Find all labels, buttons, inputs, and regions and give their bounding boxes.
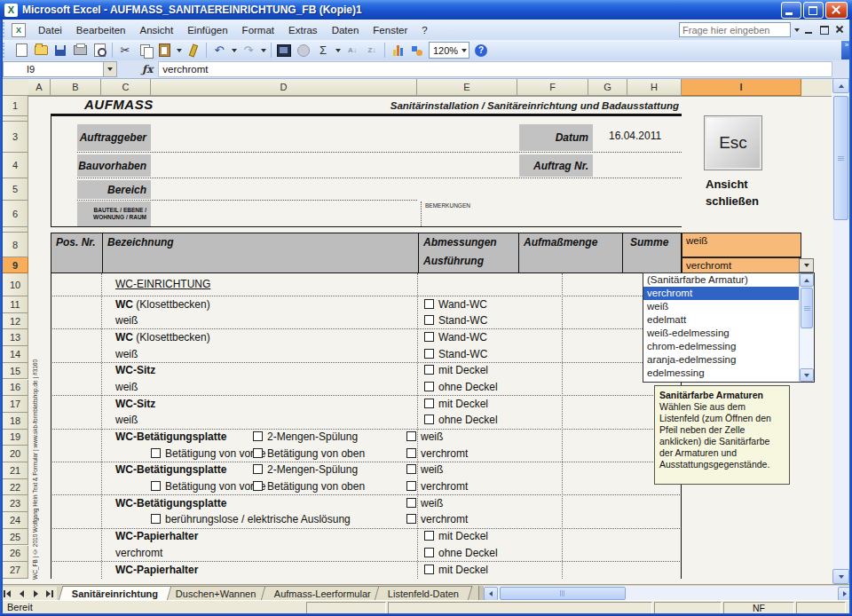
- formula-input[interactable]: verchromt: [158, 61, 832, 77]
- menu-item-ansicht[interactable]: Ansicht: [132, 22, 180, 38]
- menu-item-?[interactable]: ?: [414, 22, 434, 38]
- autosum-dropdown[interactable]: [334, 42, 342, 59]
- scroll-down-icon[interactable]: [800, 368, 814, 382]
- bezeichnung-text: weiß: [115, 414, 138, 426]
- dropdown-item[interactable]: edelmessing: [643, 367, 799, 380]
- sort-ascending-button[interactable]: A↓: [343, 42, 361, 59]
- scroll-up-button[interactable]: [832, 78, 849, 93]
- table-row-11[interactable]: WC (Klosettbecken)Wand-WC: [51, 296, 682, 313]
- menu-item-extras[interactable]: Extras: [281, 22, 325, 38]
- help-button[interactable]: ?: [472, 42, 490, 59]
- table-row-20[interactable]: Betätigung von vorneBetätigung von obenv…: [51, 446, 682, 462]
- cell-i8[interactable]: weiß: [682, 233, 801, 257]
- table-row-25[interactable]: WC-Papierhaltermit Deckel: [51, 529, 682, 546]
- horizontal-scrollbar[interactable]: [484, 586, 852, 601]
- dropdown-item[interactable]: weiß: [643, 300, 799, 313]
- checkbox-item: 2-Mengen-Spülung: [253, 430, 358, 443]
- table-row-26[interactable]: verchromtohne Deckel: [51, 545, 682, 562]
- redo-dropdown[interactable]: [259, 42, 267, 59]
- table-row-27[interactable]: WC-Papierhaltermit Deckel: [51, 562, 682, 579]
- zoom-dropdown-icon: [462, 49, 467, 52]
- dropdown-item[interactable]: aranja-edelmessing: [643, 353, 799, 367]
- table-row-23[interactable]: WC-Betätigungsplatteweiß: [51, 495, 682, 512]
- previous-sheet-button[interactable]: [14, 587, 28, 601]
- chart-wizard-button[interactable]: [389, 42, 406, 59]
- checkbox-item: Wand-WC: [424, 331, 487, 344]
- undo-dropdown[interactable]: [230, 42, 238, 59]
- table-row-16[interactable]: weißohne Deckel: [51, 379, 682, 396]
- question-dropdown-icon[interactable]: [791, 22, 802, 37]
- toolbar-grip[interactable]: [3, 22, 9, 37]
- table-row-17[interactable]: WC-Sitzmit Deckel: [51, 396, 682, 413]
- cut-button[interactable]: ✂: [116, 42, 134, 59]
- table-row-15[interactable]: WC-Sitzmit Deckel: [51, 363, 682, 380]
- restore-button[interactable]: [803, 2, 824, 19]
- paste-button[interactable]: [155, 42, 173, 59]
- last-sheet-button[interactable]: [43, 587, 57, 601]
- menu-item-daten[interactable]: Daten: [325, 22, 367, 38]
- table-row-10[interactable]: WC-EINRICHTUNG: [51, 273, 682, 296]
- scroll-down-button[interactable]: [832, 569, 849, 584]
- table-row-21[interactable]: WC-Betätigungsplatte2-Mengen-Spülungweiß: [51, 462, 682, 479]
- dropdown-item[interactable]: chrom-edelmessing: [643, 340, 799, 353]
- table-row-22[interactable]: Betätigung von vorneBetätigung von obenv…: [51, 479, 682, 496]
- open-button[interactable]: [32, 42, 50, 59]
- undo-button[interactable]: ↶: [210, 42, 228, 59]
- scroll-left-button[interactable]: [484, 587, 498, 601]
- datum-value[interactable]: 16.04.2011: [609, 130, 661, 142]
- close-button[interactable]: [825, 2, 848, 19]
- name-box[interactable]: I9: [3, 61, 104, 77]
- dropdown-item[interactable]: (Sanitärfarbe Armatur): [643, 273, 799, 287]
- next-sheet-button[interactable]: [28, 587, 43, 601]
- sheet-tab-aufmass-leerformular[interactable]: Aufmass-Leerformular: [260, 586, 384, 601]
- print-button[interactable]: [71, 42, 89, 59]
- horizontal-scroll-thumb[interactable]: [500, 587, 626, 600]
- menu-item-datei[interactable]: Datei: [31, 22, 69, 38]
- table-row-14[interactable]: weißStand-WC: [51, 346, 682, 363]
- format-painter-button[interactable]: [185, 42, 202, 59]
- zoom-combobox[interactable]: 120%: [429, 42, 469, 59]
- cell-dropdown-button[interactable]: [799, 258, 814, 272]
- table-row-18[interactable]: weißohne Deckel: [51, 413, 682, 430]
- esc-button[interactable]: Esc: [704, 115, 762, 170]
- print-preview-button[interactable]: [91, 42, 108, 59]
- drawing-button[interactable]: [408, 42, 426, 59]
- redo-button[interactable]: ↷: [240, 42, 257, 59]
- vertical-scrollbar[interactable]: [832, 78, 849, 584]
- workbook-close-button[interactable]: [832, 23, 847, 36]
- table-row-24[interactable]: berührungslose / elektrische Auslösungve…: [51, 512, 682, 529]
- workbook-minimize-button[interactable]: [802, 23, 816, 36]
- cell-i9-active[interactable]: verchromt: [682, 257, 801, 273]
- minimize-button[interactable]: [781, 2, 801, 19]
- web-button[interactable]: [295, 42, 312, 59]
- menu-item-fenster[interactable]: Fenster: [366, 22, 414, 38]
- table-row-13[interactable]: WC (Klosettbecken)Wand-WC: [51, 329, 682, 346]
- sheet-tab-sanit-reinrichtung[interactable]: Sanitäreinrichtung: [59, 586, 172, 601]
- sheet-tab-duschen-wannen[interactable]: Duschen+Wannen: [162, 586, 270, 601]
- dropdown-scrollbar[interactable]: [799, 273, 814, 382]
- name-box-dropdown[interactable]: [104, 61, 117, 77]
- save-button[interactable]: [51, 42, 69, 59]
- new-button[interactable]: [12, 42, 30, 59]
- sheet-tab-listenfeld-daten[interactable]: Listenfeld-Daten: [375, 586, 473, 601]
- sort-descending-button[interactable]: Z↓: [363, 42, 381, 59]
- scroll-up-icon[interactable]: [800, 273, 814, 287]
- dropdown-item[interactable]: edelmatt: [643, 313, 799, 327]
- scroll-thumb[interactable]: [801, 288, 813, 328]
- question-input[interactable]: [679, 22, 791, 37]
- dropdown-item[interactable]: weiß-edelmessing: [643, 327, 799, 340]
- toolbar-grip[interactable]: [3, 43, 9, 58]
- workbook-restore-button[interactable]: [817, 23, 832, 36]
- autosum-button[interactable]: Σ: [314, 42, 332, 59]
- dropdown-item[interactable]: verchromt: [643, 287, 799, 300]
- table-row-12[interactable]: weißStand-WC: [51, 313, 682, 330]
- vertical-scroll-thumb[interactable]: [833, 96, 848, 220]
- menu-item-format[interactable]: Format: [235, 22, 281, 38]
- checkbox-icon: [253, 481, 263, 491]
- insert-hyperlink-button[interactable]: [275, 42, 293, 59]
- table-row-19[interactable]: WC-Betätigungsplatte2-Mengen-Spülungweiß: [51, 430, 682, 446]
- menu-item-einfgen[interactable]: Einfügen: [180, 22, 234, 38]
- copy-button[interactable]: [136, 42, 154, 59]
- paste-dropdown[interactable]: [175, 42, 183, 59]
- menu-item-bearbeiten[interactable]: Bearbeiten: [69, 22, 133, 38]
